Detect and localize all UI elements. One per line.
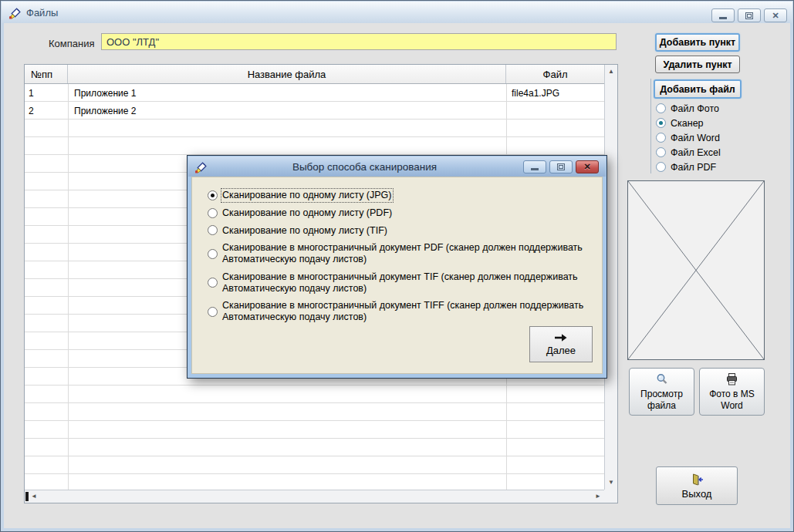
preview-file-label: Просмотр файла: [630, 389, 694, 411]
column-header-file[interactable]: Файл: [506, 65, 604, 83]
dialog-titlebar: Выбор способа сканирования ✕: [188, 157, 606, 177]
cell-num: 2: [25, 102, 68, 119]
company-input[interactable]: [101, 33, 617, 50]
maximize-icon: [557, 163, 565, 170]
cell-file: file4a1.JPG: [506, 84, 604, 101]
horizontal-scrollbar[interactable]: ◄ ►: [25, 490, 604, 503]
dialog-minimize-button[interactable]: [523, 160, 546, 173]
cell-name: Приложение 2: [68, 102, 506, 119]
close-icon: ✕: [772, 12, 779, 20]
dialog-client-area: Сканирование по одному листу (JPG) Скани…: [191, 177, 603, 374]
scan-option-tif[interactable]: Сканирование по одному листу (TIF): [208, 225, 597, 237]
radio-button-icon[interactable]: [656, 118, 666, 128]
radio-label: Файл Word: [671, 133, 720, 143]
file-type-radio-group: Файл Фото Сканер Файл Word Файл Excel Фа…: [656, 101, 721, 174]
close-icon: ✕: [583, 163, 590, 171]
radio-button-icon[interactable]: [656, 133, 666, 143]
grid-header: №пп Название файла Файл: [25, 65, 604, 84]
scroll-up-icon[interactable]: ▲: [608, 69, 614, 75]
panel-divider: [650, 79, 651, 173]
main-window: Файлы ✕ Компания №пп Название файла Файл: [0, 0, 794, 532]
radio-button-icon[interactable]: [208, 225, 218, 235]
screen: Файлы ✕ Компания №пп Название файла Файл: [0, 0, 794, 532]
app-icon: [8, 6, 22, 19]
scan-mode-dialog: Выбор способа сканирования ✕ Сканировани…: [187, 155, 607, 379]
radio-file-photo[interactable]: Файл Фото: [656, 101, 721, 116]
minimize-icon: [531, 168, 539, 170]
radio-button-icon[interactable]: [208, 278, 218, 288]
radio-label: Сканер: [671, 118, 704, 129]
dialog-window-controls: ✕: [523, 160, 599, 173]
minimize-button[interactable]: [711, 8, 735, 22]
scan-option-pdf[interactable]: Сканирование по одному листу (PDF): [208, 207, 597, 219]
dialog-title: Выбор способа сканирования: [208, 161, 523, 173]
exit-door-icon: [690, 473, 704, 487]
scan-option-multipage-tiff[interactable]: Сканирование в многостраничный документ …: [208, 300, 597, 323]
table-row[interactable]: 2 Приложение 2: [25, 102, 604, 120]
scroll-left-icon[interactable]: ◄: [31, 493, 37, 500]
scroll-down-icon[interactable]: ▼: [608, 480, 614, 486]
next-label: Далее: [546, 345, 576, 356]
radio-button-icon[interactable]: [208, 208, 218, 218]
scan-option-multipage-pdf[interactable]: Сканирование в многостраничный документ …: [208, 242, 597, 265]
cell-file: [506, 102, 604, 119]
minimize-icon: [719, 17, 727, 19]
radio-label: Файл PDF: [671, 162, 716, 173]
window-title: Файлы: [26, 7, 58, 19]
dialog-app-icon: [194, 160, 208, 173]
scrollbar-thumb[interactable]: [25, 492, 29, 501]
maximize-button[interactable]: [738, 8, 761, 22]
cell-name: Приложение 1: [68, 84, 506, 101]
radio-button-icon[interactable]: [656, 103, 666, 113]
radio-file-excel[interactable]: Файл Excel: [656, 145, 721, 160]
exit-button[interactable]: Выход: [656, 466, 738, 505]
magnifier-icon: [654, 372, 669, 386]
image-preview-placeholder: [627, 180, 765, 360]
column-separator: [68, 84, 69, 490]
add-file-button[interactable]: Добавить файл: [654, 79, 742, 99]
preview-file-button[interactable]: Просмотр файла: [629, 368, 694, 416]
printer-icon: [725, 372, 739, 386]
delete-item-button[interactable]: Удалить пункт: [655, 56, 740, 73]
right-arrow-icon: [553, 333, 569, 342]
scan-option-multipage-tif[interactable]: Сканирование в многостраничный документ …: [208, 271, 597, 295]
column-header-name[interactable]: Название файла: [68, 65, 506, 83]
radio-file-pdf[interactable]: Файл PDF: [656, 160, 721, 174]
table-row[interactable]: 1 Приложение 1 file4a1.JPG: [25, 84, 604, 102]
radio-button-icon[interactable]: [656, 162, 666, 172]
maximize-icon: [745, 12, 753, 19]
add-item-button[interactable]: Добавить пункт: [655, 33, 740, 52]
exit-label: Выход: [682, 488, 712, 500]
scroll-right-icon[interactable]: ►: [595, 493, 601, 500]
scan-option-label: Сканирование в многостраничный документ …: [222, 242, 585, 265]
cell-num: 1: [25, 84, 68, 101]
placeholder-cross-icon: [628, 181, 764, 359]
company-label: Компания: [49, 38, 95, 49]
scan-option-label: Сканирование по одному листу (JPG): [222, 190, 392, 201]
radio-label: Файл Excel: [671, 147, 721, 158]
scan-option-label: Сканирование в многостраничный документ …: [222, 300, 585, 323]
radio-file-word[interactable]: Файл Word: [656, 130, 721, 145]
column-header-num[interactable]: №пп: [25, 65, 68, 83]
radio-scanner[interactable]: Сканер: [656, 116, 721, 130]
scan-option-label: Сканирование по одному листу (TIF): [222, 225, 387, 237]
main-titlebar: Файлы ✕: [2, 2, 792, 23]
radio-button-icon[interactable]: [656, 147, 666, 157]
photo-to-word-button[interactable]: Фото в MS Word: [699, 368, 765, 416]
dialog-close-button[interactable]: ✕: [576, 160, 599, 173]
dialog-maximize-button[interactable]: [549, 160, 573, 173]
close-button[interactable]: ✕: [764, 8, 787, 22]
photo-to-word-label: Фото в MS Word: [700, 389, 764, 411]
scan-option-label: Сканирование по одному листу (PDF): [222, 207, 392, 219]
next-button[interactable]: Далее: [529, 326, 593, 362]
scan-option-label: Сканирование в многостраничный документ …: [222, 271, 585, 295]
radio-button-icon[interactable]: [208, 249, 218, 259]
window-controls: ✕: [711, 8, 787, 22]
scrollbar-corner: [604, 490, 617, 503]
scan-option-jpg[interactable]: Сканирование по одному листу (JPG): [208, 190, 597, 201]
radio-button-icon[interactable]: [208, 307, 218, 317]
radio-button-icon[interactable]: [208, 190, 218, 200]
radio-label: Файл Фото: [671, 103, 719, 114]
